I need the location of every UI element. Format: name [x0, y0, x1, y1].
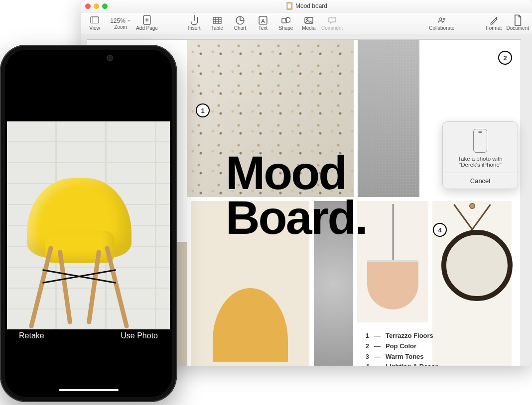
format-button[interactable]: Format	[483, 14, 504, 33]
svg-point-17	[439, 18, 441, 20]
insert-button[interactable]: Insert	[184, 14, 205, 33]
media-button[interactable]: Media	[298, 14, 319, 33]
add-page-icon	[142, 16, 151, 24]
callout-4[interactable]: 4	[433, 223, 447, 237]
svg-rect-5	[213, 17, 221, 23]
view-icon	[90, 16, 99, 24]
document-button-icon	[513, 16, 522, 24]
document-button[interactable]: Document	[506, 14, 529, 33]
maximize-window-button[interactable]	[102, 3, 108, 9]
legend-row: 1—Terrazzo Floors	[364, 331, 438, 341]
collaborate-icon	[437, 16, 446, 24]
svg-text:A: A	[261, 17, 265, 23]
iphone-notch	[51, 52, 126, 65]
media-icon	[304, 16, 313, 24]
comment-icon	[328, 16, 337, 24]
image-lamp[interactable]	[357, 201, 428, 322]
window-title: Mood board	[286, 2, 327, 10]
image-concrete[interactable]	[358, 40, 419, 197]
photo-chair	[17, 160, 146, 319]
insert-icon	[190, 16, 199, 24]
minimize-window-button[interactable]	[94, 3, 99, 9]
popover-text-line1: Take a photo with	[448, 156, 513, 162]
chart-button[interactable]: Chart	[230, 14, 251, 33]
legend[interactable]: 1—Terrazzo Floors2—Pop Color3—Warm Tones…	[364, 331, 438, 366]
document-icon	[286, 2, 292, 10]
mirror-face	[441, 230, 513, 301]
svg-point-18	[443, 18, 445, 20]
popover-text-line2: "Derek's iPhone"	[448, 162, 513, 168]
text-button[interactable]: A Text	[253, 14, 273, 33]
format-icon	[489, 16, 498, 24]
legend-row: 4—Lighting & Decor	[364, 362, 438, 366]
table-icon	[213, 16, 222, 24]
table-button[interactable]: Table	[207, 14, 228, 33]
chart-icon	[236, 16, 245, 24]
svg-point-16	[306, 18, 308, 20]
continuity-camera-popover: Take a photo with "Derek's iPhone" Cance…	[442, 121, 518, 189]
svg-point-19	[496, 17, 498, 18]
home-indicator[interactable]	[59, 389, 119, 391]
legend-row: 2—Pop Color	[364, 341, 438, 352]
window-title-text: Mood board	[295, 2, 327, 9]
zoom-button[interactable]: 125% Zoom	[107, 17, 134, 30]
zoom-value: 125%	[110, 17, 126, 24]
toolbar: View 125% Zoom Add Page Insert	[81, 12, 532, 35]
comment-button: Comment	[321, 14, 343, 33]
close-window-button[interactable]	[85, 3, 91, 9]
svg-rect-0	[91, 17, 99, 23]
iphone-screen: Retake Use Photo	[7, 52, 170, 395]
window-titlebar[interactable]: Mood board	[81, 0, 532, 12]
use-photo-button[interactable]: Use Photo	[121, 331, 158, 340]
view-button[interactable]: View	[84, 14, 105, 33]
callout-1[interactable]: 1	[196, 103, 210, 117]
camera-action-bar: Retake Use Photo	[7, 311, 170, 395]
retake-button[interactable]: Retake	[19, 331, 44, 340]
add-page-button[interactable]: Add Page	[136, 14, 158, 33]
collaborate-button[interactable]: Collaborate	[429, 14, 454, 33]
cancel-button[interactable]: Cancel	[443, 173, 518, 189]
text-icon: A	[259, 16, 267, 24]
iphone-icon	[473, 129, 487, 153]
document-title[interactable]: Mood Board.	[226, 150, 367, 240]
callout-2[interactable]: 2	[498, 51, 512, 65]
chevron-down-icon	[127, 19, 131, 22]
legend-row: 3—Warm Tones	[364, 352, 438, 362]
shape-button[interactable]: Shape	[275, 14, 296, 33]
iphone-device: Retake Use Photo	[0, 45, 177, 402]
shape-icon	[281, 16, 290, 24]
camera-viewport	[7, 121, 170, 329]
